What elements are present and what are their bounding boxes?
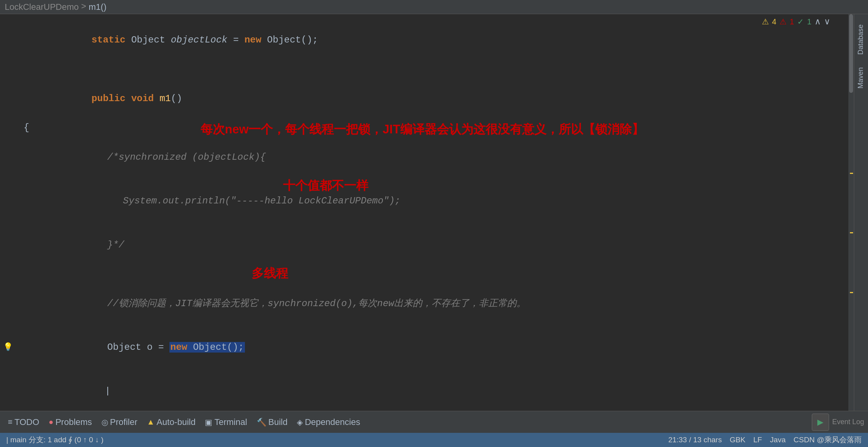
- dependencies-label: Dependencies: [305, 417, 360, 427]
- bulb-icon[interactable]: 💡: [3, 341, 13, 353]
- code-line-comment2: System.out.println("-----hello LockClear…: [0, 179, 854, 223]
- terminal-icon: ▣: [205, 417, 212, 427]
- problems-label: Problems: [55, 417, 92, 427]
- run-button-area[interactable]: ▶ Event Log: [812, 414, 864, 431]
- code-line-object-o: 💡 Object o = new Object();: [0, 325, 854, 369]
- line-ending: LF: [753, 436, 762, 444]
- build-icon: 🔨: [257, 417, 267, 427]
- sidebar-tab-database[interactable]: Database: [854, 18, 868, 61]
- cursor-position: 21:33 / 13 chars: [668, 436, 722, 444]
- code-line-open-brace: {: [0, 120, 854, 135]
- status-right: 21:33 / 13 chars GBK LF Java CSDN @乘风会落雨: [668, 435, 862, 445]
- editor-area[interactable]: ⚠ 4 ⚠ 1 ✓ 1 ∧ ∨ static Object objectLock…: [0, 14, 854, 411]
- git-status: | main 分支: 1 add ∮ (0 ↑ 0 ↓ ): [6, 436, 103, 444]
- todo-label: TODO: [15, 417, 39, 427]
- toolbar-dependencies[interactable]: ◈ Dependencies: [293, 416, 364, 429]
- main-area: ⚠ 4 ⚠ 1 ✓ 1 ∧ ∨ static Object objectLock…: [0, 14, 868, 411]
- file-lang: Java: [770, 436, 785, 444]
- status-bar: | main 分支: 1 add ∮ (0 ↑ 0 ↓ ) 21:33 / 13…: [0, 433, 868, 447]
- breadcrumb-current: m1(): [89, 2, 107, 12]
- line-content-1: static Object objectLock = new Object();: [20, 18, 854, 62]
- bottom-toolbar: ≡ TODO ● Problems ◎ Profiler ▲ Auto-buil…: [0, 411, 868, 433]
- toolbar-terminal[interactable]: ▣ Terminal: [201, 416, 251, 429]
- code-wrapper: ⚠ 4 ⚠ 1 ✓ 1 ∧ ∨ static Object objectLock…: [0, 14, 854, 411]
- right-sidebar: Database Maven: [854, 14, 868, 411]
- scrollbar-track[interactable]: [848, 14, 854, 411]
- code-line-cursor: [0, 369, 854, 411]
- problems-icon: ●: [49, 417, 53, 427]
- code-line-blank-2: [0, 267, 854, 281]
- line-gutter-bulb: 💡: [0, 325, 16, 369]
- encoding: GBK: [730, 436, 745, 444]
- toolbar-todo[interactable]: ≡ TODO: [4, 416, 43, 429]
- breadcrumb-parent[interactable]: LockClearUPDemo: [5, 2, 79, 12]
- code-line-comment1: /*synchronized (objectLock){: [0, 135, 854, 179]
- auto-build-label: Auto-build: [156, 417, 195, 427]
- todo-icon: ≡: [8, 417, 13, 427]
- toolbar-auto-build[interactable]: ▲ Auto-build: [143, 416, 200, 429]
- dependencies-icon: ◈: [297, 417, 303, 427]
- highlighted-new-object: new Object();: [169, 342, 245, 353]
- toolbar-problems[interactable]: ● Problems: [45, 416, 96, 429]
- code-line-comment4: //锁消除问题，JIT编译器会无视它，synchronized(o),每次new…: [0, 281, 854, 325]
- toolbar-profiler[interactable]: ◎ Profiler: [97, 416, 142, 429]
- run-button[interactable]: ▶: [812, 414, 829, 431]
- code-content: static Object objectLock = new Object();…: [0, 14, 854, 411]
- code-line-1: static Object objectLock = new Object();: [0, 18, 854, 62]
- status-left: | main 分支: 1 add ∮ (0 ↑ 0 ↓ ): [6, 435, 103, 445]
- profiler-icon: ◎: [101, 417, 108, 427]
- code-line-blank-1: [0, 62, 854, 77]
- auto-build-icon: ▲: [147, 417, 155, 427]
- run-icon: ▶: [817, 416, 824, 429]
- code-line-m1: public void m1(): [0, 77, 854, 121]
- profiler-label: Profiler: [110, 417, 138, 427]
- sidebar-tab-maven[interactable]: Maven: [854, 61, 868, 95]
- scrollbar-thumb[interactable]: [849, 14, 853, 93]
- build-label: Build: [268, 417, 288, 427]
- toolbar-build[interactable]: 🔨 Build: [253, 416, 292, 429]
- terminal-label: Terminal: [214, 417, 247, 427]
- breadcrumb-bar: LockClearUPDemo > m1(): [0, 0, 868, 14]
- breadcrumb-separator: >: [81, 2, 86, 12]
- code-line-comment3: }*/: [0, 223, 854, 267]
- event-log-label[interactable]: Event Log: [832, 418, 864, 426]
- csdn-watermark: CSDN @乘风会落雨: [794, 435, 862, 445]
